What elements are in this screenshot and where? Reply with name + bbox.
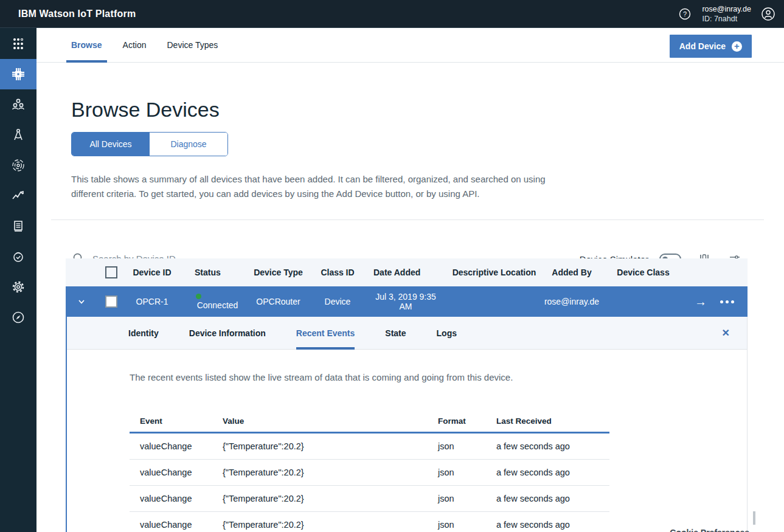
sidebar-item-apps[interactable]	[0, 28, 36, 59]
detail-tab-recent-events[interactable]: Recent Events	[296, 317, 355, 350]
plus-circle-icon: +	[732, 41, 742, 52]
cell-added-by: rose@inray.de	[538, 297, 605, 306]
left-sidebar	[0, 28, 36, 532]
page-title: Browse Devices	[71, 98, 220, 122]
event-format: json	[428, 520, 486, 530]
cell-class-id: Device	[316, 297, 359, 306]
line-chart-icon	[10, 188, 26, 204]
row-select-cell	[97, 295, 125, 308]
col-class-id[interactable]: Class ID	[316, 268, 359, 277]
sidebar-item-security-risk[interactable]	[0, 150, 36, 181]
sidebar-item-settings[interactable]	[0, 272, 36, 302]
event-format: json	[428, 468, 486, 477]
app-title: IBM Watson IoT Platform	[18, 9, 136, 19]
event-value: {"Temperature":20.2}	[212, 441, 428, 451]
sidebar-item-schemas[interactable]	[0, 120, 36, 150]
col-device-id[interactable]: Device ID	[125, 268, 179, 277]
detail-tab-logs[interactable]: Logs	[437, 317, 457, 350]
event-row: valueChange {"Temperature":20.2} json a …	[130, 486, 609, 512]
scrollbar-thumb[interactable]	[753, 511, 755, 525]
user-info: rose@inray.de ID: 7nahdt	[702, 4, 751, 24]
help-button[interactable]: ?	[676, 5, 693, 22]
segment-diagnose[interactable]: Diagnose	[150, 133, 227, 156]
event-name: valueChange	[130, 494, 212, 503]
cookie-preferences-link[interactable]: Cookie Preferences	[670, 528, 749, 532]
status-connected-dot	[196, 294, 201, 299]
col-device-class[interactable]: Device Class	[605, 268, 681, 277]
events-table: Event Value Format Last Received valueCh…	[130, 410, 609, 532]
event-format: json	[428, 441, 486, 451]
cell-device-id: OPCR-1	[125, 297, 179, 306]
expand-cell[interactable]	[66, 294, 97, 309]
tab-browse[interactable]: Browse	[66, 28, 107, 63]
avatar-button[interactable]	[760, 5, 777, 22]
sidebar-item-security[interactable]	[0, 241, 36, 272]
detail-panel-body: The recent events listed show the live s…	[67, 350, 747, 532]
col-added-by[interactable]: Added By	[538, 268, 605, 277]
device-table: Device ID Status Device Type Class ID Da…	[66, 258, 748, 317]
row-checkbox[interactable]	[105, 295, 117, 308]
table-row[interactable]: OPCR-1 Connected OPCRouter Device Jul 3,…	[66, 286, 748, 317]
event-row: valueChange {"Temperature":20.2} json a …	[130, 434, 609, 460]
open-device-arrow-icon[interactable]: →	[695, 295, 707, 308]
sidebar-item-devices[interactable]	[0, 59, 36, 89]
events-col-event: Event	[130, 416, 212, 426]
event-value: {"Temperature":20.2}	[212, 520, 428, 530]
event-name: valueChange	[130, 520, 212, 530]
gear-icon	[10, 279, 26, 295]
event-name: valueChange	[130, 441, 212, 451]
events-col-last-received: Last Received	[486, 416, 609, 426]
top-header: IBM Watson IoT Platform ? rose@inray.de …	[0, 0, 784, 28]
view-segmented-control: All Devices Diagnose	[71, 132, 228, 156]
app-window: IBM Watson IoT Platform ? rose@inray.de …	[0, 0, 784, 532]
sidebar-item-usage[interactable]	[0, 181, 36, 211]
page-tabs: Browse Action Device Types	[66, 28, 234, 63]
event-format: json	[428, 494, 486, 503]
detail-tab-device-information[interactable]: Device Information	[189, 317, 266, 350]
chevron-down-icon	[76, 296, 87, 307]
sidebar-item-boards[interactable]	[0, 211, 36, 241]
event-name: valueChange	[130, 468, 212, 477]
avatar-icon	[760, 6, 776, 22]
user-org-id: ID: 7nahdt	[702, 14, 751, 24]
add-device-label: Add Device	[679, 41, 726, 51]
col-date-added[interactable]: Date Added	[359, 268, 450, 277]
sidebar-item-get-started[interactable]	[0, 302, 36, 333]
segment-all-devices[interactable]: All Devices	[72, 133, 150, 156]
fingerprint-icon	[10, 157, 26, 173]
col-descriptive-location[interactable]: Descriptive Location	[450, 268, 538, 277]
add-device-button[interactable]: Add Device +	[670, 35, 752, 58]
detail-tabs: Identity Device Information Recent Event…	[67, 317, 747, 350]
apps-grid-icon	[11, 36, 26, 51]
event-row: valueChange {"Temperature":20.2} json a …	[130, 512, 609, 532]
tab-action[interactable]: Action	[118, 28, 151, 63]
close-icon[interactable]: ✕	[722, 327, 730, 339]
tab-device-types[interactable]: Device Types	[162, 28, 223, 63]
security-lock-icon	[10, 249, 26, 264]
select-all-checkbox[interactable]	[105, 266, 117, 278]
drafting-compass-icon	[10, 127, 26, 143]
page-nav: Browse Action Device Types Add Device +	[36, 28, 784, 63]
detail-tab-state[interactable]: State	[385, 317, 406, 350]
cell-date-added: Jul 3, 2019 9:35 AM	[359, 292, 438, 311]
event-value: {"Temperature":20.2}	[212, 468, 428, 477]
sidebar-item-members[interactable]	[0, 89, 36, 120]
event-last-received: a few seconds ago	[486, 494, 609, 503]
device-table-header: Device ID Status Device Type Class ID Da…	[66, 258, 748, 286]
user-email: rose@inray.de	[702, 4, 751, 14]
event-last-received: a few seconds ago	[486, 468, 609, 477]
col-device-type[interactable]: Device Type	[240, 268, 316, 277]
overflow-menu-icon[interactable]	[720, 300, 734, 303]
cell-device-type: OPCRouter	[240, 297, 316, 306]
section-divider	[51, 219, 764, 220]
detail-tab-identity[interactable]: Identity	[128, 317, 159, 350]
device-detail-panel: Identity Device Information Recent Event…	[66, 317, 748, 532]
events-table-header: Event Value Format Last Received	[130, 410, 609, 434]
events-col-format: Format	[428, 416, 486, 426]
col-status[interactable]: Status	[179, 268, 240, 277]
document-icon	[10, 218, 26, 234]
help-icon: ?	[678, 7, 692, 21]
row-actions: →	[681, 295, 748, 308]
cell-status: Connected	[179, 294, 240, 310]
page-description: This table shows a summary of all device…	[71, 172, 558, 201]
